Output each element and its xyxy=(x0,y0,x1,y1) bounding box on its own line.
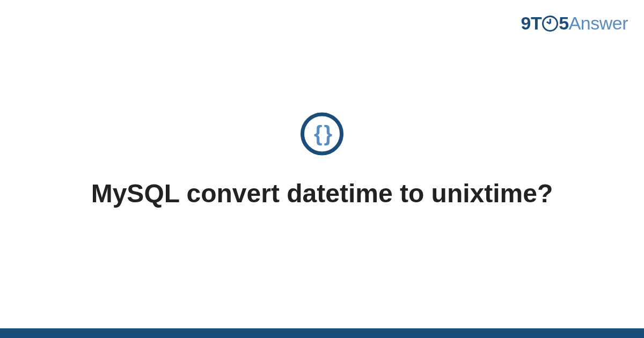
clock-icon xyxy=(542,16,558,32)
content-center: { } MySQL convert datetime to unixtime? xyxy=(0,112,644,210)
logo-text-answer: Answer xyxy=(569,13,628,34)
code-braces-icon: { } xyxy=(301,112,343,155)
footer-bar xyxy=(0,328,644,338)
icon-container: { } xyxy=(0,112,644,155)
logo-text-9t: 9T xyxy=(521,13,542,34)
page-title: MySQL convert datetime to unixtime? xyxy=(0,178,644,210)
site-logo: 9T 5 Answer xyxy=(521,13,628,34)
code-braces-glyph: { } xyxy=(314,123,330,144)
logo-text-5: 5 xyxy=(559,13,568,34)
